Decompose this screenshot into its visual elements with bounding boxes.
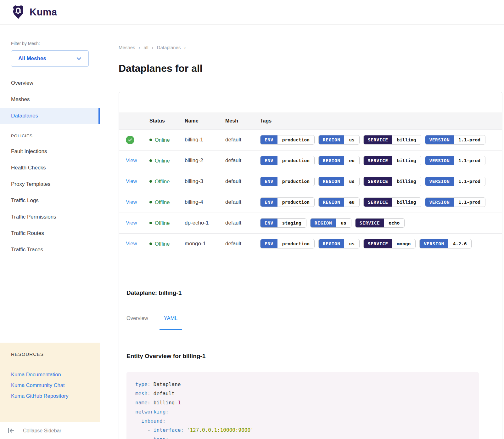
resource-link-kuma-github-repository[interactable]: Kuma GitHub Repository bbox=[11, 391, 89, 401]
main-content: Meshes›all›Dataplanes› Dataplanes for al… bbox=[100, 25, 504, 439]
row-status-cell: Offline bbox=[149, 213, 185, 233]
row-status-cell: Offline bbox=[149, 192, 185, 213]
table-header-tags: Tags bbox=[260, 112, 502, 129]
yaml-token: default bbox=[150, 391, 175, 396]
breadcrumb-link[interactable]: all bbox=[144, 45, 148, 50]
table-header-mesh: Mesh bbox=[225, 112, 260, 129]
table-header-row: StatusNameMeshTags bbox=[119, 112, 502, 129]
breadcrumb-separator-icon: › bbox=[139, 45, 140, 50]
collapse-sidebar-label: Collapse Sidebar bbox=[23, 428, 61, 434]
tab-yaml[interactable]: YAML bbox=[160, 315, 182, 330]
status-badge: Offline bbox=[149, 179, 185, 185]
kuma-logo[interactable]: Kuma bbox=[11, 5, 57, 20]
yaml-token: tags bbox=[154, 436, 166, 439]
yaml-token bbox=[135, 418, 141, 424]
tag-value: production bbox=[277, 177, 314, 186]
tag-pill-env: ENVstaging bbox=[260, 218, 306, 228]
table-row: ViewOfflinebilling-3defaultENVproduction… bbox=[119, 171, 502, 192]
tag-value: production bbox=[277, 198, 314, 207]
tag-key: ENV bbox=[260, 198, 277, 207]
page-title: Dataplanes for all bbox=[119, 63, 504, 74]
yaml-token: 1 bbox=[178, 400, 181, 406]
row-status-cell: Offline bbox=[149, 233, 185, 254]
sidebar-item-traffic-routes[interactable]: Traffic Routes bbox=[0, 225, 100, 242]
tag-pill-service: SERVICEbilling bbox=[363, 177, 421, 186]
resources-section-label: RESOURCES bbox=[11, 351, 89, 357]
yaml-token bbox=[135, 427, 148, 433]
breadcrumb-link[interactable]: Dataplanes bbox=[157, 45, 181, 50]
tag-key: VERSION bbox=[420, 239, 448, 248]
dataplanes-card: StatusNameMeshTags Onlinebilling-1defaul… bbox=[119, 92, 502, 439]
tag-value: production bbox=[277, 135, 314, 144]
breadcrumb-separator-icon: › bbox=[152, 45, 154, 50]
yaml-token: : bbox=[148, 391, 151, 396]
view-link[interactable]: View bbox=[126, 178, 137, 184]
status-dot-icon bbox=[149, 139, 152, 141]
breadcrumb: Meshes›all›Dataplanes› bbox=[119, 45, 504, 50]
status-dot-icon bbox=[149, 201, 152, 203]
tag-key: REGION bbox=[319, 198, 344, 207]
tab-overview[interactable]: Overview bbox=[122, 315, 153, 330]
tag-key: REGION bbox=[319, 156, 344, 165]
tag-pill-service: SERVICEbilling bbox=[363, 197, 421, 207]
sidebar-item-health-checks[interactable]: Health Checks bbox=[0, 160, 100, 176]
tag-pill-env: ENVproduction bbox=[260, 197, 315, 207]
tag-pill-region: REGIONeu bbox=[318, 197, 360, 207]
policies-nav: Fault InjectionsHealth ChecksProxy Templ… bbox=[0, 143, 100, 258]
yaml-code-line: name: billing-1 bbox=[135, 398, 470, 407]
view-link[interactable]: View bbox=[126, 220, 137, 225]
row-mesh-cell: default bbox=[225, 213, 260, 233]
tag-key: ENV bbox=[260, 177, 277, 186]
sidebar-item-proxy-templates[interactable]: Proxy Templates bbox=[0, 176, 100, 192]
collapse-sidebar-button[interactable]: Collapse Sidebar bbox=[0, 422, 100, 439]
tag-key: SERVICE bbox=[364, 198, 392, 207]
sidebar-item-traffic-traces[interactable]: Traffic Traces bbox=[0, 242, 100, 258]
sidebar-item-fault-injections[interactable]: Fault Injections bbox=[0, 143, 100, 160]
collapse-sidebar-icon bbox=[8, 428, 14, 433]
sidebar-item-overview[interactable]: Overview bbox=[0, 75, 100, 91]
tag-key: REGION bbox=[319, 177, 344, 186]
tag-value: billing bbox=[392, 135, 421, 144]
status-dot-icon bbox=[149, 242, 152, 245]
tag-pill-env: ENVproduction bbox=[260, 135, 315, 145]
yaml-code-line: networking: bbox=[135, 407, 470, 416]
resource-link-kuma-documentation[interactable]: Kuma Documentation bbox=[11, 369, 89, 380]
tag-key: VERSION bbox=[425, 177, 454, 186]
tag-pill-version: VERSION4.2.6 bbox=[419, 239, 472, 248]
sidebar: Filter by Mesh: All Meshes OverviewMeshe… bbox=[0, 25, 100, 439]
row-action-cell bbox=[119, 129, 149, 150]
yaml-token: - bbox=[148, 427, 154, 433]
view-link[interactable]: View bbox=[126, 199, 137, 205]
tag-value: eu bbox=[344, 198, 359, 207]
mesh-select-value: All Meshes bbox=[18, 55, 46, 62]
brand-name: Kuma bbox=[30, 7, 57, 18]
status-dot-icon bbox=[149, 180, 152, 183]
tag-value: us bbox=[344, 177, 359, 186]
tag-key: ENV bbox=[260, 135, 277, 144]
tag-key: SERVICE bbox=[364, 135, 392, 144]
row-name-cell: dp-echo-1 bbox=[185, 213, 225, 233]
tag-value: production bbox=[277, 156, 314, 165]
view-link[interactable]: View bbox=[126, 157, 137, 163]
sidebar-nav: OverviewMeshesDataplanes bbox=[0, 75, 100, 124]
tag-pill-region: REGIONus bbox=[318, 239, 360, 248]
tag-key: SERVICE bbox=[364, 239, 392, 248]
row-mesh-cell: default bbox=[225, 129, 260, 150]
tag-value: echo bbox=[384, 219, 404, 227]
sidebar-item-dataplanes[interactable]: Dataplanes bbox=[0, 108, 100, 124]
tag-key: VERSION bbox=[425, 156, 454, 165]
sidebar-item-traffic-permissions[interactable]: Traffic Permissions bbox=[0, 209, 100, 225]
row-tags-cell: ENVproductionREGIONeuSERVICEbillingVERSI… bbox=[260, 150, 502, 171]
yaml-code-line: inbound: bbox=[135, 416, 470, 425]
tag-key: VERSION bbox=[425, 198, 454, 207]
sidebar-item-meshes[interactable]: Meshes bbox=[0, 91, 100, 108]
mesh-select[interactable]: All Meshes bbox=[11, 50, 89, 67]
tag-value: mongo bbox=[392, 239, 415, 248]
status-label: Online bbox=[155, 137, 170, 143]
status-label: Offline bbox=[155, 179, 170, 185]
sidebar-item-traffic-logs[interactable]: Traffic Logs bbox=[0, 192, 100, 209]
resource-link-kuma-community-chat[interactable]: Kuma Community Chat bbox=[11, 380, 89, 391]
row-name-cell: mongo-1 bbox=[185, 233, 225, 254]
view-link[interactable]: View bbox=[126, 241, 137, 246]
breadcrumb-link[interactable]: Meshes bbox=[119, 45, 135, 50]
